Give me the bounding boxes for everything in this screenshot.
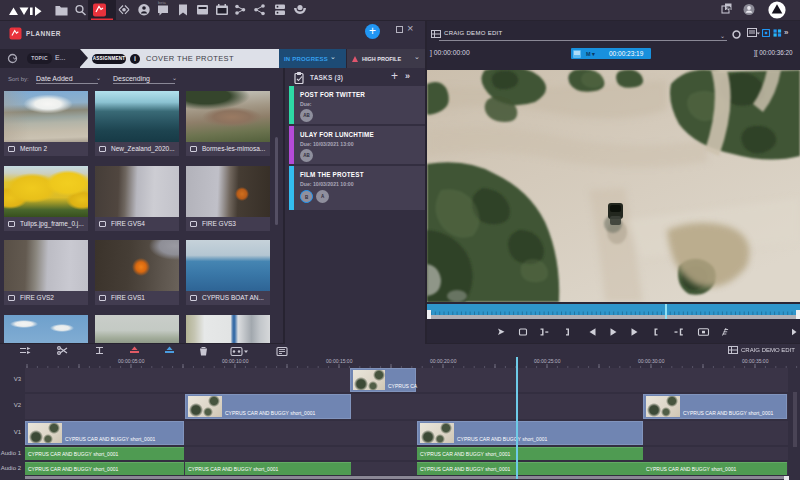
svg-text:beta: beta [158, 0, 167, 5]
